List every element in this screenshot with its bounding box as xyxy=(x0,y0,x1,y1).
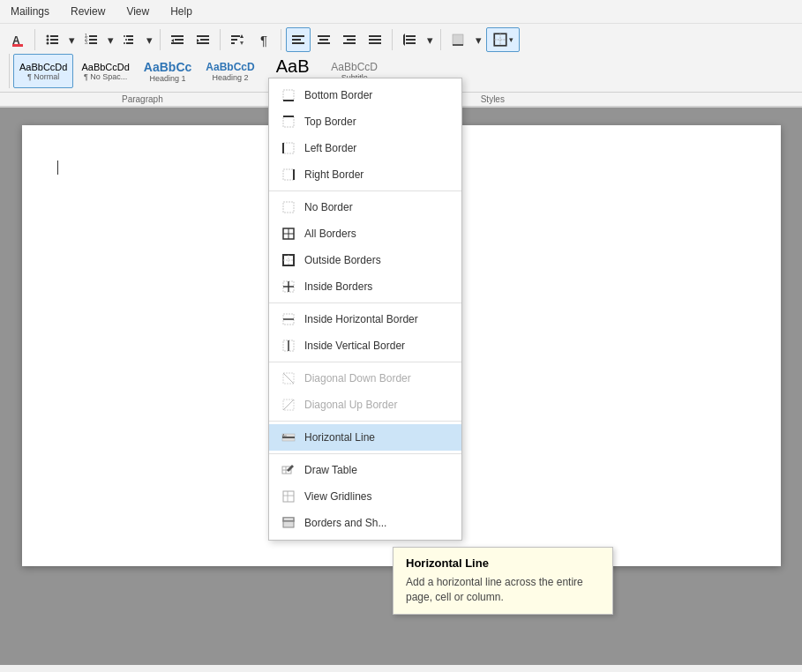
left-border-option[interactable]: Left Border xyxy=(269,135,461,161)
inside-horizontal-icon xyxy=(280,310,297,328)
diagonal-down-icon xyxy=(280,370,297,387)
svg-rect-46 xyxy=(406,39,416,41)
left-border-icon xyxy=(280,139,297,157)
style-subtitle-preview: AaBbCcD xyxy=(331,61,378,73)
top-border-icon xyxy=(280,113,297,131)
bullets-button[interactable] xyxy=(40,27,64,52)
svg-rect-86 xyxy=(283,491,294,502)
no-border-option[interactable]: No Border xyxy=(269,194,461,220)
style-heading2[interactable]: AaBbCcD Heading 2 xyxy=(199,54,260,88)
increase-indent[interactable] xyxy=(191,27,215,52)
right-border-option[interactable]: Right Border xyxy=(269,161,461,188)
borders-dropdown-overlay: Bottom Border Top Border Left Border xyxy=(268,78,462,541)
style-title-preview: AaB xyxy=(276,56,310,77)
no-border-label: No Border xyxy=(304,201,353,213)
show-formatting[interactable]: ¶ xyxy=(251,27,276,52)
sort-button[interactable] xyxy=(225,27,250,52)
svg-text:3.: 3. xyxy=(85,40,88,45)
right-border-label: Right Border xyxy=(304,168,364,181)
style-h1-label: Heading 1 xyxy=(150,74,186,83)
svg-rect-13 xyxy=(89,42,97,44)
top-border-option[interactable]: Top Border xyxy=(269,108,461,135)
justify[interactable] xyxy=(363,27,387,52)
svg-rect-26 xyxy=(197,42,209,44)
top-border-label: Top Border xyxy=(304,116,356,128)
svg-rect-30 xyxy=(231,42,235,44)
sep3 xyxy=(220,29,221,50)
all-borders-option[interactable]: All Borders xyxy=(269,220,461,247)
svg-rect-12 xyxy=(89,39,97,41)
diagonal-down-option: Diagonal Down Border xyxy=(269,365,461,392)
bottom-border-label: Bottom Border xyxy=(304,89,372,101)
inside-horizontal-label: Inside Horizontal Border xyxy=(304,313,418,325)
bottom-border-option[interactable]: Bottom Border xyxy=(269,82,461,108)
inside-borders-option[interactable]: Inside Borders xyxy=(269,273,461,300)
shading-button[interactable] xyxy=(446,27,470,52)
align-left[interactable] xyxy=(286,27,311,52)
outside-borders-option[interactable]: Outside Borders xyxy=(269,247,461,273)
style-normal[interactable]: AaBbCcDd ¶ Normal xyxy=(13,54,73,88)
draw-table-option[interactable]: Draw Table xyxy=(269,457,461,483)
svg-rect-21 xyxy=(175,39,184,41)
tooltip-box: Horizontal Line Add a horizontal line ac… xyxy=(393,547,613,615)
view-gridlines-icon xyxy=(280,488,297,505)
sep-menu1 xyxy=(269,190,461,191)
shading-dropdown[interactable]: ▾ xyxy=(472,27,484,52)
svg-rect-58 xyxy=(283,143,294,153)
outside-borders-label: Outside Borders xyxy=(304,254,381,266)
all-borders-label: All Borders xyxy=(304,228,356,240)
svg-point-2 xyxy=(47,35,49,38)
svg-rect-20 xyxy=(171,35,184,37)
borders-button[interactable]: ▾ xyxy=(486,27,520,52)
bullets-dropdown[interactable]: ▾ xyxy=(65,27,78,52)
svg-rect-36 xyxy=(318,35,330,37)
sep-menu4 xyxy=(269,421,461,422)
inside-vertical-icon xyxy=(280,337,297,355)
multilevel-list[interactable] xyxy=(117,27,142,52)
font-group: A xyxy=(5,27,30,52)
style-h1-preview: AaBbCc xyxy=(144,60,191,74)
svg-rect-49 xyxy=(453,34,463,45)
svg-rect-54 xyxy=(283,90,294,101)
sep2 xyxy=(160,29,161,50)
right-border-icon xyxy=(280,166,297,183)
style-no-space[interactable]: AaBbCcDd ¶ No Spac... xyxy=(75,54,135,88)
svg-rect-5 xyxy=(50,35,58,37)
svg-text:A=: A= xyxy=(282,433,288,437)
borders-dropdown-arrow[interactable]: ▾ xyxy=(509,35,513,44)
diagonal-up-option: Diagonal Up Border xyxy=(269,392,461,418)
view-gridlines-option[interactable]: View Gridlines xyxy=(269,483,461,510)
decrease-indent[interactable] xyxy=(165,27,190,52)
draw-table-label: Draw Table xyxy=(304,464,357,476)
svg-rect-6 xyxy=(50,39,58,41)
inside-horizontal-option[interactable]: Inside Horizontal Border xyxy=(269,306,461,332)
menu-help[interactable]: Help xyxy=(167,4,196,19)
align-group xyxy=(286,27,387,52)
svg-rect-38 xyxy=(318,42,330,44)
menu-mailings[interactable]: Mailings xyxy=(7,4,53,19)
font-color-button[interactable]: A xyxy=(5,27,30,52)
horizontal-line-option[interactable]: A= Horizontal Line xyxy=(269,424,461,451)
menu-bar: Mailings Review View Help xyxy=(0,0,802,24)
numbering-dropdown[interactable]: ▾ xyxy=(104,27,116,52)
borders-shading-icon xyxy=(280,514,297,532)
multilevel-dropdown[interactable]: ▾ xyxy=(143,27,155,52)
menu-review[interactable]: Review xyxy=(67,4,109,19)
line-spacing-button[interactable] xyxy=(397,27,422,52)
sep4 xyxy=(281,29,281,50)
menu-view[interactable]: View xyxy=(123,4,153,19)
style-heading1[interactable]: AaBbCc Heading 1 xyxy=(138,54,198,88)
svg-rect-24 xyxy=(197,35,209,37)
svg-rect-56 xyxy=(283,116,294,127)
line-spacing-dropdown[interactable]: ▾ xyxy=(423,27,436,52)
align-right[interactable] xyxy=(337,27,362,52)
borders-shading-option[interactable]: Borders and Sh... xyxy=(269,510,461,536)
align-center[interactable] xyxy=(311,27,336,52)
inside-vertical-option[interactable]: Inside Vertical Border xyxy=(269,332,461,359)
sep-menu3 xyxy=(269,362,461,362)
style-nospace-preview: AaBbCcDd xyxy=(81,62,129,72)
svg-rect-34 xyxy=(292,39,301,41)
numbering-button[interactable]: 1. 2. 3. xyxy=(79,27,103,52)
svg-line-79 xyxy=(283,399,294,410)
svg-rect-11 xyxy=(89,35,97,37)
